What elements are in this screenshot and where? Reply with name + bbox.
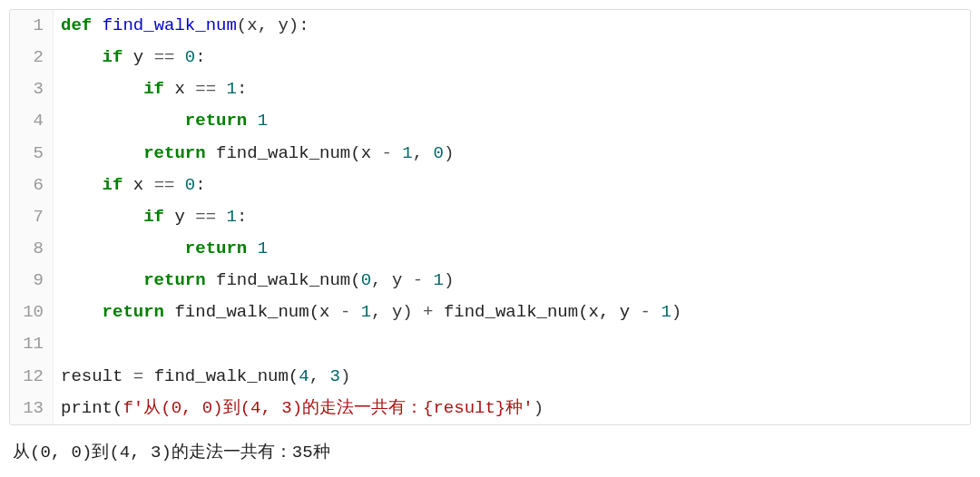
code-line: 13print(f'从(0, 0)到(4, 3)的走法一共有：{result}种… bbox=[10, 393, 970, 424]
code-content: if y == 0: bbox=[54, 42, 970, 73]
line-number: 13 bbox=[10, 393, 54, 424]
line-number: 6 bbox=[10, 170, 54, 201]
line-number: 9 bbox=[10, 265, 54, 297]
code-line: 7 if y == 1: bbox=[10, 201, 970, 233]
line-number: 12 bbox=[10, 361, 54, 393]
code-line: 5 return find_walk_num(x - 1, 0) bbox=[10, 138, 970, 170]
code-line: 1def find_walk_num(x, y): bbox=[10, 10, 970, 42]
code-content: result = find_walk_num(4, 3) bbox=[54, 361, 970, 393]
code-content: return 1 bbox=[54, 233, 970, 265]
code-line: 3 if x == 1: bbox=[10, 73, 970, 105]
code-line: 9 return find_walk_num(0, y - 1) bbox=[10, 265, 970, 297]
line-number: 7 bbox=[10, 201, 54, 233]
code-line: 10 return find_walk_num(x - 1, y) + find… bbox=[10, 297, 970, 328]
line-number: 11 bbox=[10, 328, 54, 360]
code-content: return 1 bbox=[54, 105, 970, 137]
line-number: 5 bbox=[10, 138, 54, 170]
code-content: def find_walk_num(x, y): bbox=[54, 10, 970, 42]
code-content: return find_walk_num(0, y - 1) bbox=[54, 265, 970, 297]
code-block: 1def find_walk_num(x, y):2 if y == 0:3 i… bbox=[9, 9, 971, 425]
code-content: if x == 0: bbox=[54, 170, 970, 201]
code-line: 2 if y == 0: bbox=[10, 42, 970, 73]
line-number: 1 bbox=[10, 10, 54, 42]
code-content: print(f'从(0, 0)到(4, 3)的走法一共有：{result}种') bbox=[54, 393, 970, 424]
code-line: 8 return 1 bbox=[10, 233, 970, 265]
code-content: if x == 1: bbox=[54, 73, 970, 105]
code-line: 4 return 1 bbox=[10, 105, 970, 137]
code-line: 6 if x == 0: bbox=[10, 170, 970, 201]
code-content: if y == 1: bbox=[54, 201, 970, 233]
code-line: 11 bbox=[10, 328, 970, 360]
code-content bbox=[54, 328, 970, 360]
line-number: 4 bbox=[10, 105, 54, 137]
line-number: 3 bbox=[10, 73, 54, 105]
output-text: 从(0, 0)到(4, 3)的走法一共有：35种 bbox=[9, 434, 971, 469]
code-content: return find_walk_num(x - 1, y) + find_wa… bbox=[54, 297, 970, 328]
line-number: 2 bbox=[10, 42, 54, 73]
line-number: 10 bbox=[10, 297, 54, 328]
code-line: 12result = find_walk_num(4, 3) bbox=[10, 361, 970, 393]
line-number: 8 bbox=[10, 233, 54, 265]
code-content: return find_walk_num(x - 1, 0) bbox=[54, 138, 970, 170]
